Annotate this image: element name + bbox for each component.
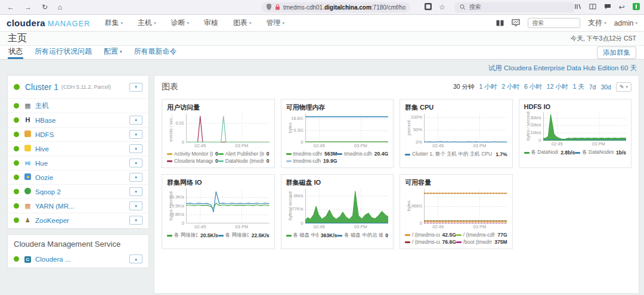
legend-color-icon (218, 235, 224, 237)
nav-label: 管理 (267, 18, 281, 28)
nav-clusters[interactable]: 群集▾ (105, 18, 123, 28)
extension-icon[interactable] (425, 3, 432, 11)
service-link[interactable]: YARN (MR... (35, 203, 129, 210)
nav-hosts[interactable]: 主机▾ (138, 18, 156, 28)
undo-icon[interactable]: ↩ (619, 4, 625, 11)
time-range-5[interactable]: 12 小时 (547, 83, 568, 91)
back-icon[interactable]: ← (7, 4, 14, 11)
forward-icon[interactable]: → (24, 4, 32, 11)
insecure-lock-icon[interactable] (275, 2, 280, 13)
time-range-4[interactable]: 6 小时 (524, 83, 542, 91)
chart-body: bytes / second29.3K/s19.5K/s9.8K/s0 (167, 189, 270, 223)
y-axis-label: bytes / second (525, 108, 530, 144)
service-link[interactable]: Oozie (35, 174, 129, 181)
chart-card[interactable]: 群集 CPUpercent100%50%0%02:4503 PMCluster … (400, 99, 513, 168)
tab-configuration[interactable]: 配置▾ (103, 46, 123, 59)
nav-label: 主机 (138, 18, 152, 28)
tab-health-issues[interactable]: 所有运行状况问题 (34, 46, 92, 59)
running-commands-icon[interactable] (512, 18, 520, 29)
service-dropdown-button[interactable]: ▾ (129, 173, 143, 182)
legend-label: tmedms-cdh02... (344, 151, 372, 157)
messages-icon[interactable] (604, 2, 611, 13)
chart-card[interactable]: HDFS IObytes / second30b/s20b/s10b/s002:… (519, 99, 632, 168)
time-range-8[interactable]: 30d (600, 83, 611, 91)
service-row: Hive▾ (8, 141, 148, 156)
legend-item: Cluster 1, 整个 主机 中的 主机 CPU 使用率1.7% (405, 150, 507, 159)
zookeeper-icon: ♟ (24, 217, 32, 223)
y-tick-label: 18.6G (291, 116, 303, 121)
browser-search[interactable]: 搜索 (455, 2, 574, 13)
nav-charts[interactable]: 图表▾ (233, 18, 252, 28)
service-dropdown-button[interactable]: ▾ (129, 159, 143, 167)
service-link[interactable]: ZooKeeper (35, 217, 129, 224)
service-link[interactable]: HDFS (35, 131, 129, 138)
search-icon (460, 2, 466, 13)
chart-card[interactable]: 可用容量bytes466G002:4503 PM/ (tmedms-cdh0..… (400, 174, 513, 249)
service-link[interactable]: HBase (35, 117, 129, 124)
chart-plot (186, 114, 270, 142)
support-menu[interactable]: 支持▾ (588, 18, 606, 28)
y-tick-label: 0 (182, 221, 184, 226)
service-link[interactable]: Hive (35, 145, 129, 153)
nav-administration[interactable]: 管理▾ (267, 18, 285, 28)
nav-audit[interactable]: 审核 (204, 18, 218, 28)
cluster-card: Cluster 1 (CDH 5.11.2, Parcel) ▾ ▦主机HHBa… (7, 75, 149, 229)
reload-icon[interactable]: ↻ (42, 4, 48, 11)
y-tick-label: 977K/s (289, 207, 303, 212)
edit-charts-button[interactable]: ✎▾ (616, 82, 631, 92)
service-link[interactable]: 主机 (35, 101, 143, 110)
legend-label: / (tmedms-cdh02... (463, 232, 496, 238)
cm-header: cloudera MANAGER 群集▾主机▾诊断▾审核图表▾管理▾ 支持▾ a… (0, 15, 644, 32)
bookmark-star-icon[interactable]: ☆ (439, 4, 445, 11)
user-menu[interactable]: admin▾ (614, 19, 637, 27)
tab-status[interactable]: 状态 (8, 46, 23, 59)
chart-card[interactable]: 群集网络 IObytes / second29.3K/s19.5K/s9.8K/… (162, 174, 275, 249)
time-range-3[interactable]: 2 小时 (501, 83, 519, 91)
service-dropdown-button[interactable]: ▾ (129, 216, 143, 225)
service-link[interactable]: Sqoop 2 (35, 188, 129, 195)
chart-title: 群集 CPU (405, 103, 507, 112)
management-dropdown-button[interactable]: ▴ (129, 254, 143, 263)
service-link[interactable]: Hue (35, 160, 129, 167)
time-range-2[interactable]: 1 小时 (479, 83, 497, 91)
home-icon[interactable]: ⌂ (58, 4, 62, 11)
chart-card[interactable]: 群集磁盘 IObytes / second1.9M/s977K/s002:450… (281, 174, 394, 249)
trial-link[interactable]: 试用 Cloudera Enterprise Data Hub Edition … (488, 64, 637, 72)
cloudera-manager-logo[interactable]: cloudera MANAGER (7, 18, 91, 28)
green-extension-icon[interactable] (633, 2, 640, 13)
parcel-icon[interactable] (496, 18, 504, 29)
chevron-down-icon: ▾ (635, 21, 637, 26)
shield-icon[interactable] (266, 2, 272, 13)
service-dropdown-button[interactable]: ▾ (129, 187, 143, 196)
reader-view-icon[interactable] (589, 2, 596, 13)
service-dropdown-button[interactable]: ▾ (129, 144, 143, 153)
tab-commands[interactable]: 所有最新命令 (134, 46, 178, 59)
chevron-down-icon: ▾ (135, 85, 137, 89)
chart-plot (186, 189, 270, 223)
time-range-1[interactable]: 30 分钟 (453, 83, 475, 91)
time-range-6[interactable]: 1 天 (572, 83, 584, 91)
management-service-link[interactable]: Cloudera ... (35, 256, 129, 263)
legend-item: /boot (tmedms-...375M (456, 238, 507, 246)
chart-card[interactable]: 用户访问量events / sec...0.01002:4503 PMActiv… (162, 99, 275, 168)
add-cluster-button[interactable]: 添加群集 (597, 46, 636, 59)
service-row: ▦YARN (MR...▾ (8, 198, 148, 213)
chart-card[interactable]: 可用物理内存bytes18.6G9.3G002:4503 PMtmedms-cd… (281, 99, 394, 168)
status-dot (14, 175, 19, 180)
service-dropdown-button[interactable]: ▾ (129, 116, 143, 125)
cm-search-input[interactable] (528, 18, 580, 28)
y-tick-label: 50% (413, 128, 422, 132)
url-text: tmedms-cdh01.digitalchina.com:7180/cmf/h… (283, 4, 405, 11)
nav-diagnostics[interactable]: 诊断▾ (171, 18, 190, 28)
cluster-dropdown-button[interactable]: ▾ (129, 83, 143, 92)
service-dropdown-button[interactable]: ▾ (129, 130, 143, 139)
legend-item: / (tmedms-cdh02...77G (456, 231, 507, 238)
chart-legend: Activity Monitor (tme...0Alert Publisher… (167, 150, 270, 164)
service-dropdown-button[interactable]: ▾ (129, 201, 143, 210)
library-icon[interactable] (574, 2, 581, 13)
time-range-7[interactable]: 7d (589, 83, 596, 91)
service-row: ♟ZooKeeper▾ (8, 213, 148, 227)
chevron-down-icon: ▾ (187, 21, 190, 26)
url-bar[interactable]: tmedms-cdh01.digitalchina.com:7180/cmf/h… (261, 2, 410, 13)
cluster-name-link[interactable]: Cluster 1 (25, 82, 58, 92)
